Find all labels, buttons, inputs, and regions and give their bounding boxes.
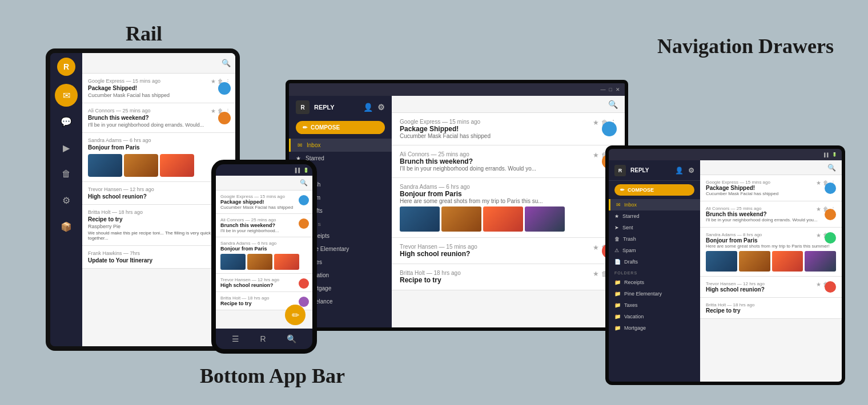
email-meta: Britta Holt — 18 hrs ago xyxy=(400,270,617,276)
logo-icon[interactable]: R xyxy=(260,334,266,343)
email-item[interactable]: Ali Connors — 25 mins ago Brunch this we… xyxy=(700,201,842,228)
rail-logo-icon[interactable]: R xyxy=(57,58,75,76)
nav-item-starred[interactable]: ★ Starred xyxy=(609,210,700,222)
avatar-icon[interactable]: 👤 xyxy=(675,167,684,175)
avatar xyxy=(825,232,836,244)
paris-image xyxy=(274,254,299,270)
email-meta: Ali Connors — 25 mins ago xyxy=(400,151,617,157)
search-icon[interactable]: 🔍 xyxy=(222,59,231,67)
paris-image xyxy=(805,251,836,272)
email-item[interactable]: Google Express — 15 mins ago Package shi… xyxy=(216,191,312,214)
compose-icon: ✏ xyxy=(303,124,307,131)
search-icon[interactable]: 🔍 xyxy=(287,334,296,343)
rail-icon-mail[interactable]: ✉ xyxy=(55,84,78,107)
email-item[interactable]: Trevor Hansen — 12 hrs ago High school r… xyxy=(700,277,842,298)
compose-fab[interactable]: ✏ xyxy=(285,305,306,325)
email-item[interactable]: Britta Holt — 18 hrs ago Recipe to try xyxy=(700,298,842,319)
compose-label: COMPOSE xyxy=(628,187,654,193)
nav-label: Receipts xyxy=(624,280,644,285)
email-images xyxy=(88,154,230,177)
email-meta: Frank Hawkins — 7hrs xyxy=(88,250,230,256)
paris-image xyxy=(739,251,770,272)
rail-icon-settings[interactable]: ⚙ xyxy=(55,189,78,212)
avatar xyxy=(299,218,309,229)
nav-label: Spam xyxy=(622,248,636,253)
email-subject: Brunch this weekend? xyxy=(400,157,617,165)
email-meta: Google Express — 15 mins ago xyxy=(88,78,230,84)
email-item[interactable]: Sandra Adams — 8 hrs ago Bonjour from Pa… xyxy=(700,228,842,277)
nav-item-receipts[interactable]: 📁 Receipts xyxy=(609,277,700,288)
avatar xyxy=(299,278,309,289)
email-item[interactable]: Sandra Adams — 6 hrs ago Bonjour from Pa… xyxy=(216,237,312,274)
nav-label: Starred xyxy=(622,213,640,219)
rail-icon-chat[interactable]: 💬 xyxy=(55,110,78,133)
star-icon: ★ xyxy=(614,213,619,219)
nav-item-inbox[interactable]: ✉ Inbox xyxy=(609,199,700,210)
nav-item-drafts[interactable]: 📄 Drafts xyxy=(609,256,700,268)
nav-item-inbox[interactable]: ✉ Inbox xyxy=(289,139,392,152)
email-item[interactable]: Google Express — 15 mins ago Package Shi… xyxy=(392,113,625,145)
email-meta: Ali Connors — 25 mins ago xyxy=(88,108,230,114)
email-item[interactable]: Britta Holt — 18 hrs ago Recipe to try ★… xyxy=(392,264,625,290)
email-subject: Recipe to try xyxy=(88,216,230,222)
email-item[interactable]: Ali Connors — 25 mins ago Brunch this we… xyxy=(392,145,625,178)
rail-icon-video[interactable]: ▶ xyxy=(55,136,78,159)
app-header: R REPLY 👤 ⚙ xyxy=(609,160,700,181)
paris-image xyxy=(483,206,523,232)
desktop-email-list: 🔍 Google Express — 15 mins ago Package S… xyxy=(392,96,625,327)
email-item[interactable]: Trevor Hansen — 15 mins ago High school … xyxy=(392,238,625,264)
tr-header: 🔍 xyxy=(700,160,842,175)
nav-item-pine[interactable]: 📁 Pine Elementary xyxy=(609,288,700,299)
nav-label: Inbox xyxy=(307,142,320,148)
search-icon[interactable]: 🔍 xyxy=(300,179,308,187)
settings-icon[interactable]: ⚙ xyxy=(688,167,694,175)
nav-item-vacation[interactable]: 📁 Vacation xyxy=(609,311,700,322)
email-preview: Cucumber Mask Facial has shipped xyxy=(400,133,617,139)
settings-icon[interactable]: ⚙ xyxy=(377,103,385,112)
tablet-nav-drawer: ▌▌ 🔋 R REPLY 👤 ⚙ ✏ COMPOSE ✉ Inbox xyxy=(605,145,845,385)
email-meta: Sandra Adams — 6 hrs ago xyxy=(88,137,230,143)
compose-button[interactable]: ✏ COMPOSE xyxy=(296,121,385,134)
tablet-rail: R ✉ 💬 ▶ 🗑 ⚙ 📦 🔍 Google Express — 15 mins… xyxy=(46,48,240,351)
menu-icon[interactable]: ☰ xyxy=(232,334,239,343)
avatar xyxy=(299,195,309,205)
email-item[interactable]: Ali Connors — 25 mins ago Brunch this we… xyxy=(216,214,312,237)
phone-bottom-app-bar: ▌▌ 🔋 🔍 Google Express — 15 mins ago Pack… xyxy=(211,160,317,354)
search-icon[interactable]: 🔍 xyxy=(827,164,836,172)
nav-label: Taxes xyxy=(624,302,638,308)
email-item[interactable]: Google Express — 15 mins ago Package Shi… xyxy=(82,74,235,103)
rail-icon-delete[interactable]: 🗑 xyxy=(55,163,78,185)
email-meta: Sandra Adams — 6 hrs ago xyxy=(220,241,308,246)
email-meta: Trevor Hansen — 12 hrs ago xyxy=(220,277,308,282)
email-item[interactable]: Google Express — 15 mins ago Package Shi… xyxy=(700,175,842,201)
tablet-right-email-list: 🔍 Google Express — 15 mins ago Package S… xyxy=(700,160,842,382)
rail-icon-archive[interactable]: 📦 xyxy=(55,215,78,238)
sender-name: Britta Holt — 18 hrs ago xyxy=(88,209,143,215)
nav-item-mortgage[interactable]: 📁 Mortgage xyxy=(609,322,700,334)
email-item[interactable]: Ali Connors — 25 mins ago Brunch this we… xyxy=(82,103,235,133)
email-preview: Raspberry Pie xyxy=(88,224,230,229)
email-item[interactable]: Trevor Hansen — 12 hrs ago High school r… xyxy=(216,274,312,292)
email-item[interactable]: Sandra Adams — 6 hrs ago Bonjour from Pa… xyxy=(392,178,625,238)
nav-item-spam[interactable]: ⚠ Spam xyxy=(609,245,700,256)
nav-item-sent[interactable]: ➤ Sent xyxy=(609,222,700,233)
email-meta: Sandra Adams — 6 hrs ago xyxy=(400,184,617,190)
nav-item-taxes[interactable]: 📁 Taxes xyxy=(609,299,700,311)
email-subject: Package Shipped! xyxy=(88,85,230,91)
email-images xyxy=(400,206,617,232)
battery-icon: 🔋 xyxy=(303,168,309,173)
maximize-icon[interactable]: □ xyxy=(609,87,612,92)
close-icon[interactable]: ✕ xyxy=(616,87,620,92)
email-subject: High school reunion? xyxy=(220,282,308,288)
paris-image xyxy=(247,254,272,270)
compose-button[interactable]: ✏ COMPOSE xyxy=(614,184,694,196)
sender-name: Ali Connors — 25 mins ago xyxy=(88,108,151,114)
nav-item-trash[interactable]: 🗑 Trash xyxy=(609,233,700,245)
email-preview: Here are some great shots from my trip t… xyxy=(400,198,617,204)
avatar-icon[interactable]: 👤 xyxy=(363,103,373,112)
search-icon[interactable]: 🔍 xyxy=(608,100,618,109)
minimize-icon[interactable]: — xyxy=(601,87,606,92)
paris-image xyxy=(400,206,440,232)
email-meta: Trevor Hansen — 15 mins ago xyxy=(400,244,617,250)
nav-label: Pine Elementary xyxy=(624,291,662,297)
